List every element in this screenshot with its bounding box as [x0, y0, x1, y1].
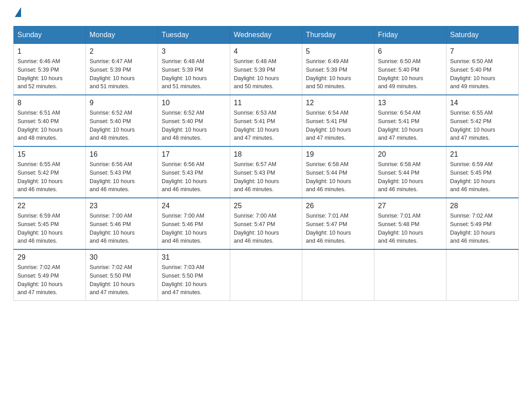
- day-of-week-header: Friday: [374, 26, 446, 44]
- day-info: Sunrise: 6:48 AM Sunset: 5:39 PM Dayligh…: [162, 57, 226, 91]
- calendar-day-cell: 27 Sunrise: 7:01 AM Sunset: 5:48 PM Dayl…: [374, 198, 446, 249]
- day-info: Sunrise: 7:00 AM Sunset: 5:46 PM Dayligh…: [90, 212, 154, 245]
- day-number: 12: [306, 99, 370, 107]
- calendar-day-cell: [446, 249, 519, 301]
- day-number: 5: [306, 47, 370, 56]
- day-number: 23: [90, 202, 154, 210]
- day-number: 9: [90, 99, 154, 107]
- day-number: 28: [450, 202, 515, 210]
- day-number: 8: [17, 99, 82, 107]
- day-number: 2: [90, 47, 154, 56]
- calendar-day-cell: 11 Sunrise: 6:53 AM Sunset: 5:41 PM Dayl…: [230, 95, 302, 146]
- day-info: Sunrise: 6:53 AM Sunset: 5:41 PM Dayligh…: [234, 109, 298, 142]
- day-info: Sunrise: 7:02 AM Sunset: 5:49 PM Dayligh…: [17, 263, 82, 297]
- day-number: 21: [450, 150, 515, 158]
- day-info: Sunrise: 6:47 AM Sunset: 5:39 PM Dayligh…: [90, 57, 154, 91]
- day-number: 19: [306, 150, 370, 158]
- day-number: 14: [450, 99, 515, 107]
- calendar-day-cell: 4 Sunrise: 6:48 AM Sunset: 5:39 PM Dayli…: [230, 44, 302, 95]
- calendar-day-cell: 29 Sunrise: 7:02 AM Sunset: 5:49 PM Dayl…: [14, 249, 86, 301]
- day-info: Sunrise: 6:59 AM Sunset: 5:45 PM Dayligh…: [450, 160, 515, 194]
- day-info: Sunrise: 7:00 AM Sunset: 5:46 PM Dayligh…: [162, 212, 226, 245]
- calendar-day-cell: [374, 249, 446, 301]
- day-info: Sunrise: 6:49 AM Sunset: 5:39 PM Dayligh…: [306, 57, 370, 91]
- calendar-day-cell: 23 Sunrise: 7:00 AM Sunset: 5:46 PM Dayl…: [86, 198, 158, 249]
- day-number: 20: [378, 150, 442, 158]
- day-info: Sunrise: 6:57 AM Sunset: 5:43 PM Dayligh…: [234, 160, 298, 194]
- day-info: Sunrise: 7:01 AM Sunset: 5:47 PM Dayligh…: [306, 212, 370, 245]
- day-info: Sunrise: 6:51 AM Sunset: 5:40 PM Dayligh…: [17, 109, 82, 142]
- day-of-week-header: Monday: [86, 26, 158, 44]
- calendar-day-cell: 22 Sunrise: 6:59 AM Sunset: 5:45 PM Dayl…: [14, 198, 86, 249]
- day-info: Sunrise: 6:55 AM Sunset: 5:42 PM Dayligh…: [450, 109, 515, 142]
- day-info: Sunrise: 6:59 AM Sunset: 5:45 PM Dayligh…: [17, 212, 82, 245]
- day-info: Sunrise: 6:50 AM Sunset: 5:40 PM Dayligh…: [378, 57, 442, 91]
- day-number: 27: [378, 202, 442, 210]
- day-number: 11: [234, 99, 298, 107]
- day-of-week-header: Wednesday: [230, 26, 302, 44]
- day-number: 22: [17, 202, 82, 210]
- day-number: 29: [17, 253, 82, 261]
- calendar-day-cell: 12 Sunrise: 6:54 AM Sunset: 5:41 PM Dayl…: [302, 95, 374, 146]
- day-number: 16: [90, 150, 154, 158]
- calendar-day-cell: 28 Sunrise: 7:02 AM Sunset: 5:49 PM Dayl…: [446, 198, 519, 249]
- day-info: Sunrise: 6:52 AM Sunset: 5:40 PM Dayligh…: [162, 109, 226, 142]
- calendar-week-row: 15 Sunrise: 6:55 AM Sunset: 5:42 PM Dayl…: [14, 146, 519, 198]
- day-info: Sunrise: 6:56 AM Sunset: 5:43 PM Dayligh…: [162, 160, 226, 194]
- calendar-day-cell: 1 Sunrise: 6:46 AM Sunset: 5:39 PM Dayli…: [14, 44, 86, 95]
- calendar-day-cell: 7 Sunrise: 6:50 AM Sunset: 5:40 PM Dayli…: [446, 44, 519, 95]
- calendar-day-cell: 5 Sunrise: 6:49 AM Sunset: 5:39 PM Dayli…: [302, 44, 374, 95]
- calendar-day-cell: 19 Sunrise: 6:58 AM Sunset: 5:44 PM Dayl…: [302, 146, 374, 198]
- day-number: 13: [378, 99, 442, 107]
- day-info: Sunrise: 7:00 AM Sunset: 5:47 PM Dayligh…: [234, 212, 298, 245]
- day-number: 17: [162, 150, 226, 158]
- calendar-day-cell: 18 Sunrise: 6:57 AM Sunset: 5:43 PM Dayl…: [230, 146, 302, 198]
- calendar-day-cell: 30 Sunrise: 7:02 AM Sunset: 5:50 PM Dayl…: [86, 249, 158, 301]
- day-info: Sunrise: 6:52 AM Sunset: 5:40 PM Dayligh…: [90, 109, 154, 142]
- day-info: Sunrise: 6:50 AM Sunset: 5:40 PM Dayligh…: [450, 57, 515, 91]
- calendar-week-row: 22 Sunrise: 6:59 AM Sunset: 5:45 PM Dayl…: [14, 198, 519, 249]
- day-number: 4: [234, 47, 298, 56]
- calendar-day-cell: 24 Sunrise: 7:00 AM Sunset: 5:46 PM Dayl…: [158, 198, 230, 249]
- day-info: Sunrise: 6:58 AM Sunset: 5:44 PM Dayligh…: [378, 160, 442, 194]
- calendar-day-cell: 21 Sunrise: 6:59 AM Sunset: 5:45 PM Dayl…: [446, 146, 519, 198]
- day-info: Sunrise: 6:56 AM Sunset: 5:43 PM Dayligh…: [90, 160, 154, 194]
- day-number: 25: [234, 202, 298, 210]
- day-info: Sunrise: 7:02 AM Sunset: 5:50 PM Dayligh…: [90, 263, 154, 297]
- calendar-table: SundayMondayTuesdayWednesdayThursdayFrid…: [13, 26, 519, 301]
- day-of-week-header: Tuesday: [158, 26, 230, 44]
- day-number: 7: [450, 47, 515, 56]
- logo: [13, 9, 21, 17]
- logo-triangle-icon: [15, 7, 21, 17]
- calendar-week-row: 29 Sunrise: 7:02 AM Sunset: 5:49 PM Dayl…: [14, 249, 519, 301]
- calendar-day-cell: 17 Sunrise: 6:56 AM Sunset: 5:43 PM Dayl…: [158, 146, 230, 198]
- day-number: 24: [162, 202, 226, 210]
- day-number: 18: [234, 150, 298, 158]
- day-number: 3: [162, 47, 226, 56]
- page-header: [13, 9, 519, 17]
- day-of-week-header: Saturday: [446, 26, 519, 44]
- day-number: 15: [17, 150, 82, 158]
- calendar-day-cell: 31 Sunrise: 7:03 AM Sunset: 5:50 PM Dayl…: [158, 249, 230, 301]
- day-of-week-header: Sunday: [14, 26, 86, 44]
- day-number: 6: [378, 47, 442, 56]
- day-number: 31: [162, 253, 226, 261]
- calendar-week-row: 1 Sunrise: 6:46 AM Sunset: 5:39 PM Dayli…: [14, 44, 519, 95]
- day-info: Sunrise: 6:54 AM Sunset: 5:41 PM Dayligh…: [306, 109, 370, 142]
- calendar-week-row: 8 Sunrise: 6:51 AM Sunset: 5:40 PM Dayli…: [14, 95, 519, 146]
- calendar-day-cell: [302, 249, 374, 301]
- day-number: 1: [17, 47, 82, 56]
- calendar-header-row: SundayMondayTuesdayWednesdayThursdayFrid…: [14, 26, 519, 44]
- calendar-day-cell: 8 Sunrise: 6:51 AM Sunset: 5:40 PM Dayli…: [14, 95, 86, 146]
- day-info: Sunrise: 7:02 AM Sunset: 5:49 PM Dayligh…: [450, 212, 515, 245]
- calendar-day-cell: [230, 249, 302, 301]
- calendar-day-cell: 9 Sunrise: 6:52 AM Sunset: 5:40 PM Dayli…: [86, 95, 158, 146]
- calendar-day-cell: 26 Sunrise: 7:01 AM Sunset: 5:47 PM Dayl…: [302, 198, 374, 249]
- day-number: 10: [162, 99, 226, 107]
- calendar-day-cell: 16 Sunrise: 6:56 AM Sunset: 5:43 PM Dayl…: [86, 146, 158, 198]
- day-info: Sunrise: 6:46 AM Sunset: 5:39 PM Dayligh…: [17, 57, 82, 91]
- day-of-week-header: Thursday: [302, 26, 374, 44]
- calendar-day-cell: 15 Sunrise: 6:55 AM Sunset: 5:42 PM Dayl…: [14, 146, 86, 198]
- day-info: Sunrise: 6:58 AM Sunset: 5:44 PM Dayligh…: [306, 160, 370, 194]
- calendar-day-cell: 20 Sunrise: 6:58 AM Sunset: 5:44 PM Dayl…: [374, 146, 446, 198]
